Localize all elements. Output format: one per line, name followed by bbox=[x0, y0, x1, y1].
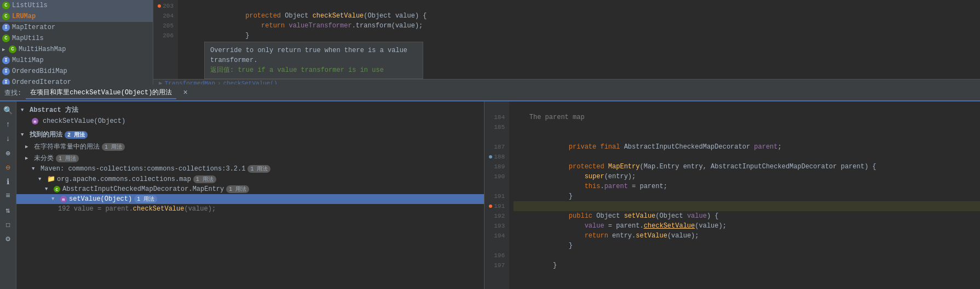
code-line bbox=[182, 31, 980, 41]
code-line: The parent map bbox=[514, 112, 980, 122]
class-icon: C bbox=[9, 46, 16, 53]
abstract-entry-header[interactable]: ▼ C AbstractInputCheckedMapDecorator.Map… bbox=[16, 184, 484, 194]
find-tab[interactable]: 在项目和库里checkSetValue(Object)的用法 bbox=[26, 87, 176, 99]
sidebar-label: OrderedBidiMap bbox=[12, 67, 67, 75]
ln: 184 bbox=[485, 112, 505, 122]
keyword: final bbox=[600, 143, 624, 151]
dot-icon bbox=[493, 135, 496, 139]
interface-icon: I bbox=[2, 67, 10, 75]
toolbar-expand-button[interactable]: ⊕ bbox=[2, 146, 15, 160]
method-ref: checkSetValue bbox=[133, 205, 185, 213]
code-view-right: 184 185 187 188 189 190 191 191 bbox=[485, 101, 980, 289]
code-token: = parent. bbox=[604, 222, 644, 230]
sidebar-item-maputils[interactable]: C MapUtils bbox=[0, 33, 153, 44]
code-token: } bbox=[229, 32, 249, 39]
ln: 190 bbox=[485, 172, 505, 182]
sidebar-item-multihashmap[interactable]: ▶ C MultiHashMap bbox=[0, 44, 153, 55]
expand-arrow-icon: ▼ bbox=[21, 132, 27, 138]
sidebar-item-multimap[interactable]: I MultiMap bbox=[0, 55, 153, 66]
tooltip-box: Override to only return true when there … bbox=[204, 42, 423, 79]
toolbar-info-button[interactable]: ℹ bbox=[2, 175, 15, 188]
maven-header[interactable]: ▼ Maven: commons-collections:commons-col… bbox=[16, 164, 484, 174]
code-token: .transform(value); bbox=[352, 22, 423, 30]
ln: 196 bbox=[485, 251, 505, 260]
dot-icon bbox=[158, 14, 161, 18]
code-token: } bbox=[553, 262, 557, 269]
ln: 189 bbox=[485, 162, 505, 172]
org-package-icon: 📁 bbox=[47, 175, 55, 183]
dot-icon bbox=[489, 155, 492, 158]
toolbar-search-button[interactable]: 🔍 bbox=[2, 104, 15, 117]
line-num-row: 206 bbox=[153, 31, 174, 41]
code-line bbox=[514, 103, 980, 112]
breadcrumb-item[interactable]: checkSetValue() bbox=[223, 80, 278, 85]
code-line bbox=[514, 241, 980, 251]
org-header[interactable]: ▼ 📁 org.apache.commons.collections.map 1… bbox=[16, 174, 484, 184]
toolbar-down-button[interactable]: ↓ bbox=[2, 132, 15, 145]
sidebar-label: MapUtils bbox=[12, 35, 44, 42]
toolbar-settings-button[interactable]: ⚙ bbox=[2, 232, 15, 245]
interface-icon: I bbox=[2, 24, 10, 31]
code-token bbox=[553, 212, 569, 220]
code-token: (Object bbox=[655, 212, 687, 220]
code-token: ; bbox=[778, 143, 782, 151]
sidebar-item-mapiterator[interactable]: I MapIterator bbox=[0, 22, 153, 33]
code-result-line[interactable]: 192 value = parent.checkSetValue(value); bbox=[16, 204, 484, 214]
unclassified-label: 未分类 bbox=[34, 154, 54, 163]
sidebar-item-listutils[interactable]: C ListUtils bbox=[0, 0, 153, 11]
set-value-item[interactable]: ▼ m setValue(Object) 1 用法 bbox=[16, 194, 484, 204]
sidebar-label: MultiMap bbox=[12, 56, 44, 64]
method-name: checkSetValue bbox=[313, 12, 364, 20]
ln bbox=[485, 241, 505, 251]
dot-icon bbox=[158, 34, 161, 37]
sidebar-item-orderediterator[interactable]: I OrderedIterator bbox=[0, 77, 153, 84]
sidebar-item-lrumap[interactable]: C LRUMap bbox=[0, 11, 153, 22]
toolbar-layout-button[interactable]: ☐ bbox=[2, 218, 15, 231]
toolbar-collapse-button[interactable]: ⊖ bbox=[2, 161, 15, 174]
dot-icon bbox=[158, 24, 161, 27]
keyword: return bbox=[585, 232, 612, 240]
keyword: protected bbox=[569, 163, 608, 171]
sidebar-label: OrderedIterator bbox=[12, 78, 71, 84]
code-token: ) { bbox=[707, 212, 719, 220]
code-token: } bbox=[553, 242, 573, 250]
sidebar-item-orderedbidimap[interactable]: I OrderedBidiMap bbox=[0, 66, 153, 77]
ln: 187 bbox=[485, 142, 505, 152]
close-button[interactable]: × bbox=[183, 88, 187, 97]
org-label: org.apache.commons.collections.map bbox=[57, 175, 191, 183]
code-line: private final AbstractInputCheckedMapDec… bbox=[514, 132, 980, 142]
string-usage-header[interactable]: ▶ 在字符串常量中的用法 1 用法 bbox=[16, 141, 484, 152]
toolbar-sort-button[interactable]: ⇅ bbox=[2, 203, 15, 217]
sidebar-label: MultiHashMap bbox=[19, 46, 66, 53]
ln bbox=[485, 182, 505, 191]
toolbar-up-button[interactable]: ↑ bbox=[2, 118, 15, 131]
unclassified-count: 1 用法 bbox=[56, 155, 79, 162]
method-icon: m bbox=[60, 196, 67, 202]
line-numbers-right: 184 185 187 188 189 190 191 191 bbox=[485, 101, 509, 289]
code-line: protected Object checkSetValue(Object va… bbox=[182, 1, 980, 11]
abstract-label: Abstract 方法 bbox=[30, 105, 78, 115]
set-value-label: setValue(Object) bbox=[69, 195, 132, 203]
results-panel: ▼ Abstract 方法 m checkSetValue(Object) ▼ … bbox=[16, 101, 485, 289]
code-token: AbstractInputCheckedMapDecorator bbox=[624, 143, 754, 151]
breadcrumb-item[interactable]: TransformedMap bbox=[165, 80, 215, 85]
string-usage-count: 1 用法 bbox=[102, 143, 125, 151]
code-token: (Object value) { bbox=[364, 12, 426, 20]
maven-label: Maven: commons-collections:commons-colle… bbox=[41, 165, 245, 173]
unclassified-header[interactable]: ▶ 未分类 1 用法 bbox=[16, 152, 484, 164]
find-label: 查找: bbox=[4, 88, 21, 98]
code-token bbox=[553, 222, 585, 230]
line-numbers-top: 203 204 205 206 bbox=[153, 0, 178, 79]
abstract-method-item[interactable]: m checkSetValue(Object) bbox=[16, 116, 484, 126]
variable: value bbox=[687, 212, 707, 220]
ln: 194 bbox=[485, 231, 505, 241]
ln: 191 bbox=[485, 191, 505, 201]
found-count-badge: 2 用法 bbox=[65, 131, 88, 139]
code-line-rest: (value); bbox=[184, 205, 216, 213]
interface-icon: I bbox=[2, 56, 10, 64]
keyword: public bbox=[569, 212, 596, 220]
code-lines-top: protected Object checkSetValue(Object va… bbox=[178, 0, 980, 79]
toolbar-list-button[interactable]: ≡ bbox=[2, 189, 15, 202]
abstract-method-label: checkSetValue(Object) bbox=[43, 117, 125, 125]
found-header: ▼ 找到的用法 2 用法 bbox=[16, 128, 484, 141]
